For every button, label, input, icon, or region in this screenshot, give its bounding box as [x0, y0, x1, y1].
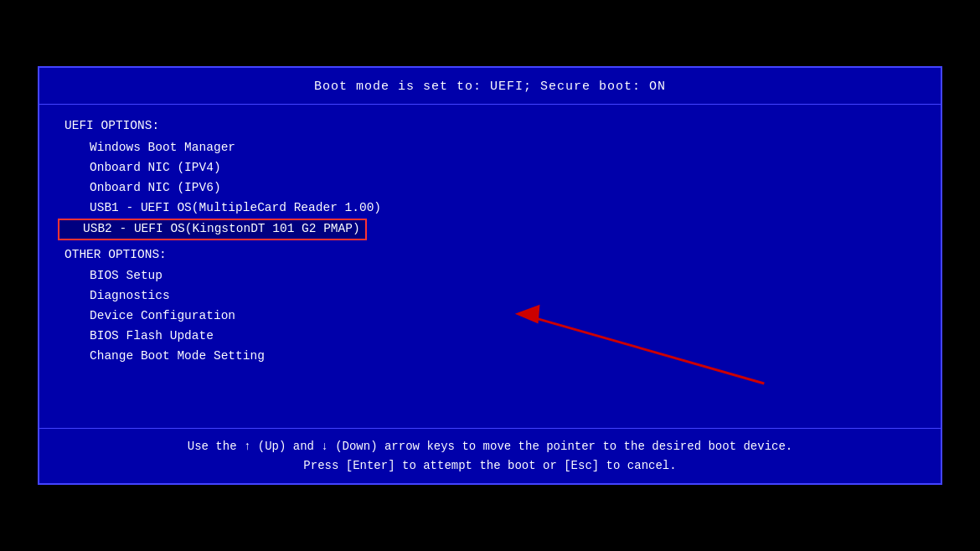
bios-body: UEFI OPTIONS: Windows Boot Manager Onboa… [39, 105, 941, 428]
bios-footer: Use the ↑ (Up) and ↓ (Down) arrow keys t… [39, 428, 941, 483]
uefi-item-3[interactable]: Onboard NIC (IPV6) [64, 178, 916, 198]
other-item-1[interactable]: BIOS Setup [64, 266, 916, 286]
bios-header: Boot mode is set to: UEFI; Secure boot: … [39, 68, 941, 105]
uefi-item-2[interactable]: Onboard NIC (IPV4) [64, 158, 916, 178]
bios-screen: Boot mode is set to: UEFI; Secure boot: … [38, 66, 942, 485]
other-item-5[interactable]: Change Boot Mode Setting [64, 347, 916, 367]
header-text: Boot mode is set to: UEFI; Secure boot: … [314, 80, 666, 94]
uefi-section-label: UEFI OPTIONS: [64, 116, 916, 136]
uefi-item-1[interactable]: Windows Boot Manager [64, 138, 916, 158]
uefi-item-4[interactable]: USB1 - UEFI OS(MultipleCard Reader 1.00) [64, 198, 916, 219]
other-item-4[interactable]: BIOS Flash Update [64, 327, 916, 347]
other-item-2[interactable]: Diagnostics [64, 286, 916, 306]
uefi-item-5-selected[interactable]: USB2 - UEFI OS(KingstonDT 101 G2 PMAP) [58, 219, 367, 240]
other-section-label: OTHER OPTIONS: [64, 245, 916, 265]
footer-line2: Press [Enter] to attempt the boot or [Es… [56, 456, 924, 475]
other-item-3[interactable]: Device Configuration [64, 306, 916, 327]
footer-line1: Use the ↑ (Up) and ↓ (Down) arrow keys t… [56, 437, 924, 456]
